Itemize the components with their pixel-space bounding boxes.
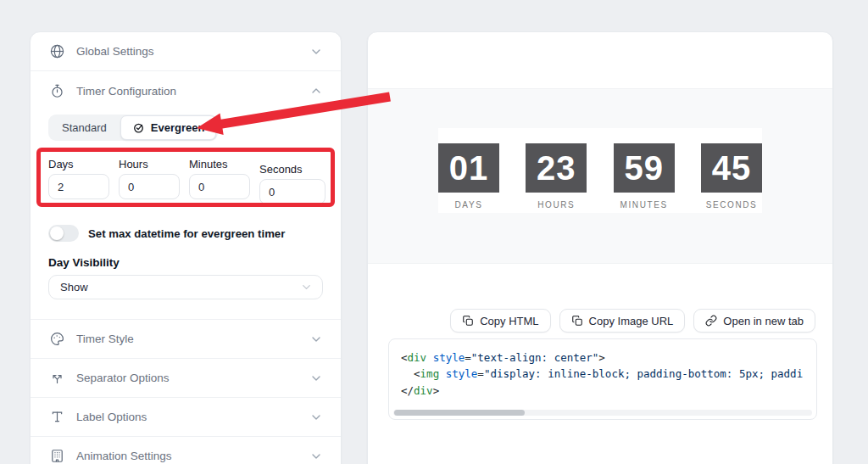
link-icon: [705, 315, 717, 327]
code-line: </div>: [401, 384, 439, 397]
copy-image-url-button[interactable]: Copy Image URL: [559, 309, 686, 333]
accordion-timer-style[interactable]: Timer Style: [31, 319, 341, 358]
building-icon: [48, 448, 65, 464]
accordion-label-options[interactable]: Label Options: [31, 397, 341, 436]
accordion-timer-configuration[interactable]: Timer Configuration: [31, 71, 341, 110]
max-datetime-label: Set max datetime for evergreen timer: [88, 227, 285, 240]
minutes-label: Minutes: [189, 158, 250, 171]
countdown-unit-hours: 23 HOURS: [526, 143, 587, 213]
open-in-new-tab-button[interactable]: Open in new tab: [693, 309, 815, 333]
day-visibility-value: Show: [60, 281, 88, 293]
tab-evergreen[interactable]: Evergreen: [120, 115, 217, 140]
day-visibility-select[interactable]: Show: [48, 275, 323, 299]
hours-field: Hours: [119, 158, 180, 204]
section-label: Timer Configuration: [76, 85, 176, 98]
open-in-new-tab-label: Open in new tab: [723, 315, 804, 327]
countdown-unit-seconds: 45 SECONDS: [701, 143, 762, 213]
settings-panel: Global Settings Timer Configuration Stan…: [30, 31, 342, 464]
hours-unit-label: HOURS: [526, 200, 587, 210]
hours-input[interactable]: [119, 174, 180, 199]
copy-icon: [571, 315, 583, 327]
timer-preview-area: 01 DAYS 23 HOURS 59 MINUTES 45 SECONDS: [368, 88, 832, 264]
toggle-knob: [50, 226, 64, 240]
globe-icon: [48, 43, 65, 60]
copy-image-url-label: Copy Image URL: [589, 315, 674, 327]
chevron-up-icon: [309, 84, 323, 98]
section-label: Animation Settings: [76, 450, 172, 462]
seconds-label: Seconds: [259, 163, 326, 176]
minutes-digit: 59: [614, 143, 675, 193]
chevron-down-icon: [309, 450, 323, 463]
seconds-field: Seconds: [259, 163, 326, 204]
countdown-unit-days: 01 DAYS: [438, 143, 499, 213]
chevron-down-icon: [309, 45, 323, 59]
section-label: Separator Options: [76, 372, 170, 384]
section-label: Timer Style: [76, 333, 134, 345]
text-icon: [48, 409, 65, 426]
code-line: <img style="display: inline-block; paddi…: [401, 367, 803, 380]
section-label: Global Settings: [76, 45, 154, 58]
embed-code-block[interactable]: <div style="text-align: center"> <img st…: [388, 338, 817, 420]
scrollbar-thumb[interactable]: [394, 410, 525, 416]
code-horizontal-scrollbar: [393, 410, 812, 416]
timer-builder-app: Global Settings Timer Configuration Stan…: [0, 0, 868, 464]
code-line: <div style="text-align: center">: [401, 351, 605, 364]
preview-panel: 01 DAYS 23 HOURS 59 MINUTES 45 SECONDS: [367, 31, 833, 464]
countdown-widget: 01 DAYS 23 HOURS 59 MINUTES 45 SECONDS: [438, 128, 762, 213]
days-label: Days: [48, 158, 109, 171]
hours-digit: 23: [526, 143, 587, 193]
seconds-unit-label: SECONDS: [701, 200, 762, 210]
minutes-unit-label: MINUTES: [614, 200, 675, 210]
tab-evergreen-label: Evergreen: [151, 121, 205, 134]
copy-html-label: Copy HTML: [480, 315, 538, 327]
days-digit: 01: [438, 143, 499, 193]
accordion-separator-options[interactable]: Separator Options: [31, 358, 341, 397]
timer-configuration-body: Standard Evergreen Days Hours: [31, 110, 341, 299]
days-input[interactable]: [48, 174, 109, 199]
accordion-animation-settings[interactable]: Animation Settings: [31, 436, 341, 464]
copy-html-button[interactable]: Copy HTML: [450, 309, 550, 333]
timer-mode-tabs: Standard Evergreen: [48, 115, 218, 141]
chevron-down-icon: [300, 281, 313, 293]
chevron-down-icon: [309, 411, 323, 424]
minutes-input[interactable]: [189, 174, 250, 199]
palette-icon: [48, 331, 65, 348]
countdown-unit-minutes: 59 MINUTES: [614, 143, 675, 213]
section-label: Label Options: [76, 411, 147, 423]
chevron-down-icon: [309, 372, 323, 385]
check-circle-icon: [132, 121, 145, 134]
hours-label: Hours: [119, 158, 180, 171]
day-visibility-label: Day Visibility: [48, 256, 323, 269]
chevron-down-icon: [309, 333, 323, 346]
tab-standard[interactable]: Standard: [50, 116, 119, 139]
copy-icon: [462, 315, 474, 327]
split-arrows-icon: [48, 370, 65, 387]
seconds-input[interactable]: [259, 179, 326, 204]
duration-fields: Days Hours Minutes Seconds: [48, 158, 323, 204]
minutes-field: Minutes: [189, 158, 250, 204]
stopwatch-icon: [48, 82, 65, 99]
days-unit-label: DAYS: [438, 200, 499, 210]
max-datetime-row: Set max datetime for evergreen timer: [48, 225, 323, 242]
export-actions: Copy HTML Copy Image URL Open in new tab: [368, 309, 815, 333]
max-datetime-toggle[interactable]: [48, 225, 79, 242]
seconds-digit: 45: [701, 143, 762, 193]
days-field: Days: [48, 158, 109, 204]
accordion-global-settings[interactable]: Global Settings: [31, 32, 341, 71]
